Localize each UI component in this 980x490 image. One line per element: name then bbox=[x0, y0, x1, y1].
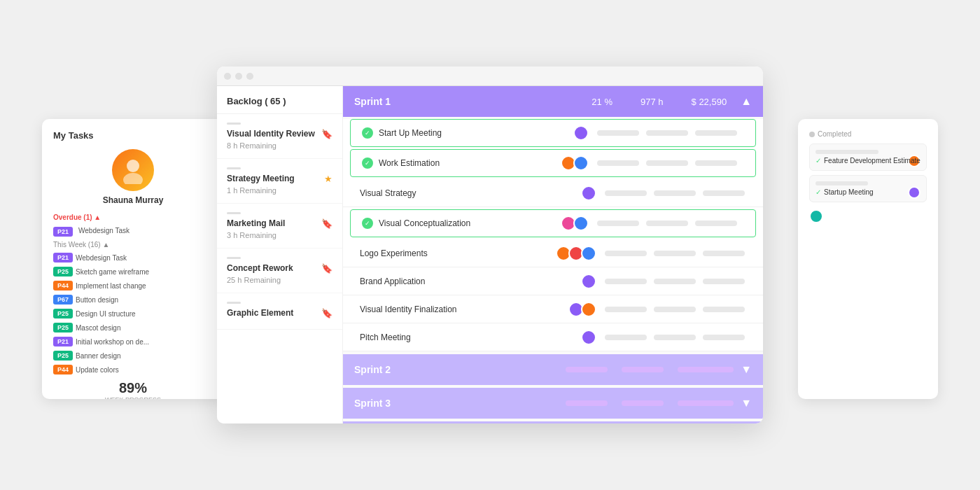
card-avatar bbox=[908, 186, 920, 199]
task-text: Update colors bbox=[76, 366, 119, 374]
task-tag: P25 bbox=[53, 323, 73, 332]
bookmark-icon: 🔖 bbox=[321, 263, 332, 274]
backlog-item-title: Strategy Meeting bbox=[227, 174, 332, 183]
task-avatars bbox=[573, 125, 589, 141]
backlog-item-sub: 3 h Remaining bbox=[227, 231, 332, 239]
task-row[interactable]: ✓ Work Estimation bbox=[350, 149, 756, 177]
task-bar bbox=[703, 279, 745, 284]
lp-task-item: P25 Sketch game wireframe bbox=[53, 267, 213, 276]
status-dot bbox=[809, 132, 815, 137]
task-text: Button design bbox=[76, 296, 118, 304]
overdue-badge: Overdue (1) ▲ bbox=[53, 214, 213, 221]
user-avatar bbox=[112, 149, 154, 191]
avatar bbox=[573, 125, 589, 141]
task-progress-bar bbox=[597, 130, 639, 136]
sprint-2-chevron[interactable]: ▼ bbox=[741, 363, 752, 376]
lp-task-item: P44 Implement last change bbox=[53, 281, 213, 290]
backlog-item-sub: 1 h Remaining bbox=[227, 186, 332, 195]
avatar bbox=[581, 302, 596, 317]
task-bar bbox=[646, 130, 688, 136]
traffic-light-minimize[interactable] bbox=[235, 73, 242, 80]
task-text: Banner design bbox=[76, 352, 121, 360]
left-panel: My Tasks Shauna Murray Overdue (1) ▲ P21… bbox=[42, 119, 224, 399]
left-panel-title: My Tasks bbox=[53, 130, 213, 141]
backlog-header: Backlog ( 65 ) bbox=[217, 86, 342, 114]
card-title: Feature Development Estimate bbox=[824, 157, 920, 164]
completed-card: ✓ Startup Meeting bbox=[809, 175, 927, 202]
sprint-2-bar bbox=[622, 367, 664, 372]
task-text: Implement last change bbox=[76, 282, 146, 290]
sprint-3-header[interactable]: Sprint 3 ▼ bbox=[343, 388, 763, 419]
task-row[interactable]: ✓ Visual Conceptualization bbox=[350, 209, 756, 237]
sprint-1-section: Sprint 1 21 % 977 h $ 22,590 ▲ ✓ Start U… bbox=[343, 86, 763, 351]
task-text: Webdesign Task bbox=[76, 254, 127, 262]
task-name: Visual Conceptualization bbox=[379, 218, 561, 228]
task-name: Brand Application bbox=[360, 276, 581, 286]
backlog-item[interactable]: ★ Strategy Meeting 1 h Remaining bbox=[217, 159, 342, 204]
task-row[interactable]: Pitch Meeting bbox=[343, 323, 763, 351]
task-tag: P21 bbox=[53, 253, 73, 262]
avatar bbox=[581, 330, 596, 345]
completed-card: ✓ Feature Development Estimate bbox=[809, 144, 927, 171]
lp-task-item: P25 Design UI structure bbox=[53, 309, 213, 318]
task-text: Design UI structure bbox=[76, 310, 136, 318]
bookmark-icon: 🔖 bbox=[321, 129, 332, 139]
svg-point-1 bbox=[123, 173, 143, 184]
task-row[interactable]: Visual Identity Finalization bbox=[343, 295, 763, 323]
backlog-item[interactable]: 🔖 Graphic Element bbox=[217, 293, 342, 330]
svg-point-0 bbox=[127, 160, 139, 172]
task-bar bbox=[597, 220, 639, 226]
task-bar bbox=[703, 307, 745, 312]
bookmark-icon: 🔖 bbox=[321, 218, 332, 229]
backlog-sidebar: Backlog ( 65 ) 🔖 Visual Identity Review … bbox=[217, 86, 343, 424]
task-tag: P21 bbox=[53, 337, 73, 346]
this-week-label: This Week (16) ▲ bbox=[53, 241, 213, 248]
task-bar bbox=[695, 220, 737, 226]
sprint-1-cost: $ 22,590 bbox=[692, 97, 727, 107]
check-icon: ✓ bbox=[816, 188, 821, 196]
backlog-item[interactable]: 🔖 Visual Identity Review 8 h Remaining bbox=[217, 114, 342, 159]
item-color-bar bbox=[227, 122, 241, 125]
task-row[interactable]: ✓ Start Up Meeting bbox=[350, 119, 756, 147]
card-bar bbox=[816, 181, 868, 186]
backlog-item[interactable]: 🔖 Marketing Mail 3 h Remaining bbox=[217, 204, 342, 248]
backlog-item-title: Marketing Mail bbox=[227, 218, 332, 228]
task-bar bbox=[703, 335, 745, 340]
task-avatars bbox=[581, 274, 596, 289]
sprint-3-bar bbox=[622, 400, 664, 406]
item-color-bar bbox=[227, 302, 241, 304]
sprint-1-header[interactable]: Sprint 1 21 % 977 h $ 22,590 ▲ bbox=[343, 86, 763, 117]
task-row[interactable]: Logo Experiments bbox=[343, 239, 763, 267]
sprint-2-title: Sprint 2 bbox=[354, 364, 566, 375]
sprint-3-chevron[interactable]: ▼ bbox=[741, 397, 752, 410]
task-bar bbox=[605, 307, 647, 312]
sprint-2-bar bbox=[678, 367, 734, 372]
task-avatars bbox=[581, 186, 596, 201]
lp-task-item: P67 Button design bbox=[53, 295, 213, 304]
item-color-bar bbox=[227, 167, 241, 169]
task-row[interactable]: Brand Application bbox=[343, 267, 763, 295]
task-tag: P25 bbox=[53, 309, 73, 318]
task-bar bbox=[654, 190, 696, 196]
sprint-1-chevron[interactable]: ▲ bbox=[741, 95, 752, 108]
sprint-4-header[interactable]: Sprint 4 ▼ bbox=[343, 421, 763, 424]
sprint-3-bar bbox=[566, 400, 608, 406]
backlog-item[interactable]: 🔖 Concept Rework 25 h Remaining bbox=[217, 248, 342, 293]
sprint-3-bar bbox=[678, 400, 734, 406]
traffic-light-close[interactable] bbox=[224, 73, 231, 80]
sprint-1-tasks: ✓ Start Up Meeting ✓ Work Estimation bbox=[343, 119, 763, 351]
item-color-bar bbox=[227, 257, 241, 259]
backlog-item-title: Graphic Element bbox=[227, 308, 332, 318]
task-avatars bbox=[581, 330, 596, 345]
backlog-list: 🔖 Visual Identity Review 8 h Remaining ★… bbox=[217, 114, 342, 330]
lp-task-item: P21 Initial workshop on de... bbox=[53, 337, 213, 346]
sprint-1-title: Sprint 1 bbox=[354, 96, 578, 107]
task-bar bbox=[597, 160, 639, 166]
task-name: Start Up Meeting bbox=[379, 128, 573, 138]
task-avatars bbox=[561, 216, 589, 231]
traffic-light-fullscreen[interactable] bbox=[246, 73, 253, 80]
task-avatars bbox=[568, 302, 596, 317]
task-row[interactable]: Visual Strategy bbox=[343, 179, 763, 207]
task-tag: P44 bbox=[53, 365, 73, 374]
sprint-2-header[interactable]: Sprint 2 ▼ bbox=[343, 354, 763, 385]
